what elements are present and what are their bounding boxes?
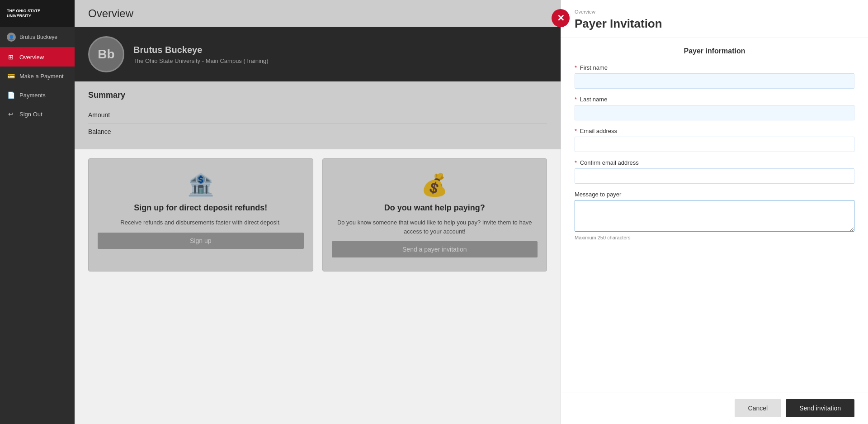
confirm-email-label: * Confirm email address — [575, 159, 854, 166]
direct-deposit-desc: Receive refunds and disbursements faster… — [120, 218, 281, 227]
last-name-label: * Last name — [575, 96, 854, 103]
close-panel-button[interactable]: ✕ — [552, 9, 570, 27]
panel-body: Payer information * First name * Last na… — [561, 38, 868, 392]
required-star-1: * — [575, 64, 577, 71]
money-bags-icon: 💰 — [421, 172, 448, 198]
email-group: * Email address — [575, 128, 854, 152]
sidebar: The Ohio State University 👤 Brutus Bucke… — [0, 0, 75, 424]
payer-invitation-panel: Overview Payer Invitation Payer informat… — [561, 0, 868, 424]
panel-footer: Cancel Send invitation — [561, 392, 868, 424]
payment-icon: 💳 — [7, 72, 15, 80]
sidebar-label-sign-out: Sign Out — [19, 111, 42, 118]
required-star-4: * — [575, 159, 577, 166]
balance-label: Balance — [88, 124, 547, 140]
home-icon: ⊞ — [7, 53, 15, 61]
direct-deposit-icon: 🏦 — [187, 172, 214, 198]
user-avatar-small: 👤 — [7, 33, 16, 42]
email-label: * Email address — [575, 128, 854, 134]
breadcrumb: Overview — [575, 9, 854, 14]
email-input[interactable] — [575, 137, 854, 152]
card-payer-help: 💰 Do you want help paying? Do you know s… — [322, 158, 547, 272]
required-star-3: * — [575, 128, 577, 134]
direct-deposit-title: Sign up for direct deposit refunds! — [134, 203, 267, 213]
page-title: Overview — [88, 7, 133, 20]
summary-table: Amount Balance — [88, 107, 547, 140]
payer-help-desc: Do you know someone that would like to h… — [332, 218, 538, 236]
message-group: Message to payer Maximum 250 characters — [575, 191, 854, 240]
main-body: Bb Brutus Buckeye The Ohio State Univers… — [75, 27, 561, 424]
summary-title: Summary — [88, 91, 547, 100]
panel-title: Payer Invitation — [575, 17, 854, 31]
sidebar-item-sign-out[interactable]: ↩ Sign Out — [0, 105, 75, 124]
message-textarea[interactable] — [575, 200, 854, 232]
confirm-email-group: * Confirm email address — [575, 159, 854, 184]
last-name-group: * Last name — [575, 96, 854, 120]
message-label: Message to payer — [575, 191, 854, 198]
sidebar-username: Brutus Buckeye — [19, 34, 57, 40]
sidebar-user: 👤 Brutus Buckeye — [0, 27, 75, 48]
table-row: Amount — [88, 107, 547, 124]
send-invitation-button[interactable]: Send invitation — [786, 399, 854, 417]
list-icon: 📄 — [7, 91, 15, 99]
main-header: Overview — [75, 0, 561, 27]
cancel-button[interactable]: Cancel — [735, 399, 782, 417]
sidebar-nav: ⊞ Overview 💳 Make a Payment 📄 Payments ↩… — [0, 48, 75, 124]
summary-section: Summary Amount Balance — [75, 81, 561, 149]
sidebar-label-make-payment: Make a Payment — [19, 73, 64, 80]
message-hint: Maximum 250 characters — [575, 235, 854, 240]
table-row: Balance — [88, 124, 547, 140]
main-content-area: Overview Bb Brutus Buckeye The Ohio Stat… — [75, 0, 561, 424]
sidebar-item-payments[interactable]: 📄 Payments — [0, 86, 75, 105]
cards-section: 🏦 Sign up for direct deposit refunds! Re… — [75, 149, 561, 281]
profile-name: Brutus Buckeye — [133, 45, 269, 55]
profile-info: Brutus Buckeye The Ohio State University… — [133, 45, 269, 64]
close-icon: ✕ — [557, 13, 565, 24]
sidebar-item-overview[interactable]: ⊞ Overview — [0, 48, 75, 67]
sidebar-item-make-payment[interactable]: 💳 Make a Payment — [0, 67, 75, 86]
amount-label: Amount — [88, 107, 547, 124]
sidebar-label-payments: Payments — [19, 92, 46, 99]
signout-icon: ↩ — [7, 110, 15, 118]
sidebar-logo: The Ohio State University — [0, 0, 75, 27]
avatar: Bb — [88, 36, 124, 72]
profile-section: Bb Brutus Buckeye The Ohio State Univers… — [75, 27, 561, 81]
last-name-input[interactable] — [575, 105, 854, 120]
card-direct-deposit: 🏦 Sign up for direct deposit refunds! Re… — [88, 158, 313, 272]
confirm-email-input[interactable] — [575, 168, 854, 184]
panel-section-title: Payer information — [575, 47, 854, 55]
first-name-group: * First name — [575, 64, 854, 89]
profile-subtitle: The Ohio State University - Main Campus … — [133, 57, 269, 64]
first-name-input[interactable] — [575, 73, 854, 89]
logo-text: The Ohio State University — [7, 9, 40, 19]
sidebar-label-overview: Overview — [19, 54, 44, 61]
payer-help-title: Do you want help paying? — [384, 203, 485, 213]
panel-header: Overview Payer Invitation — [561, 0, 868, 38]
send-payer-invitation-button[interactable]: Send a payer invitation — [332, 241, 538, 257]
required-star-2: * — [575, 96, 577, 103]
sign-up-button[interactable]: Sign up — [98, 233, 304, 249]
first-name-label: * First name — [575, 64, 854, 71]
